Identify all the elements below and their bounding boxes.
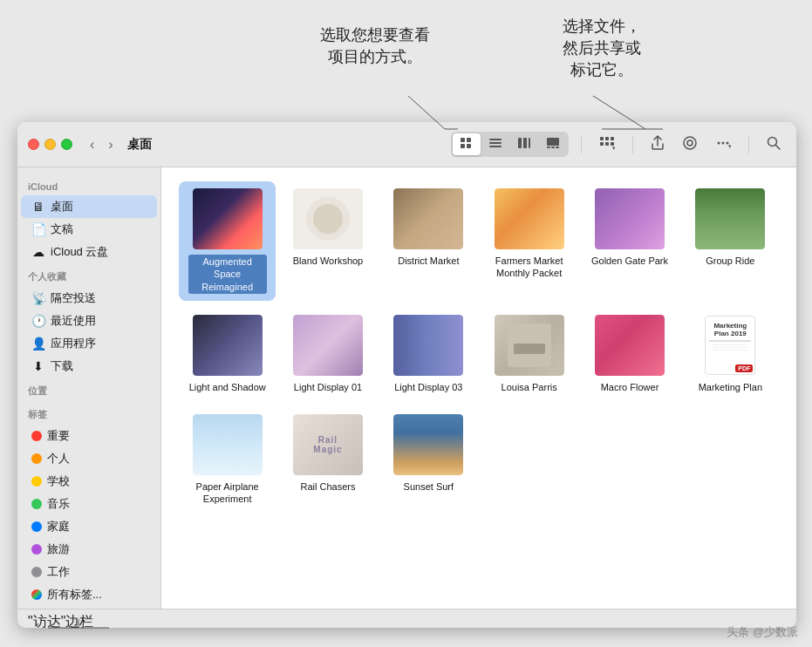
file-thumb-farmers <box>495 188 564 249</box>
file-item-sunset[interactable]: Sunset Surf <box>380 407 477 513</box>
file-item-golden[interactable]: Golden Gate Park <box>581 181 678 301</box>
sidebar-item-documents-label: 文稿 <box>51 221 73 237</box>
file-item-marketing[interactable]: Marketing Plan 2019 PDF Marketing Plan <box>682 308 779 400</box>
back-button[interactable]: ‹ <box>86 135 98 154</box>
file-thumb-rail: RailMagic <box>293 414 363 475</box>
svg-rect-11 <box>489 142 502 144</box>
file-label-district: District Market <box>398 255 459 267</box>
sidebar-item-tag-travel[interactable]: 旅游 <box>21 538 157 561</box>
svg-rect-24 <box>605 142 609 146</box>
tag-dot-music <box>31 499 42 509</box>
main-content: iCloud 🖥 桌面 📄 文稿 ☁ iCloud 云盘 个人收藏 📡 隔空投送… <box>17 167 796 609</box>
file-item-light03[interactable]: Light Display 03 <box>380 308 477 400</box>
sidebar-item-tag-school[interactable]: 学校 <box>21 470 157 493</box>
file-item-farmers[interactable]: Farmers Market Monthly Packet <box>481 181 577 301</box>
sidebar-item-tag-music[interactable]: 音乐 <box>21 493 157 515</box>
file-item-paper[interactable]: Paper Airplane Experiment <box>179 407 276 513</box>
view-controls <box>451 132 569 157</box>
search-button[interactable] <box>761 133 786 157</box>
sidebar-item-tag-work[interactable]: 工作 <box>21 561 157 583</box>
file-thumb-sunset <box>393 414 463 475</box>
file-thumb-district <box>393 188 463 249</box>
svg-rect-7 <box>467 138 471 142</box>
forward-button[interactable]: › <box>105 135 116 154</box>
sidebar-item-apps-label: 应用程序 <box>51 336 96 351</box>
file-item-group[interactable]: Group Ride <box>682 181 779 301</box>
desktop-icon: 🖥 <box>31 200 45 214</box>
svg-rect-15 <box>529 138 530 148</box>
file-item-macro[interactable]: Macro Flower <box>581 308 678 400</box>
sidebar-item-icloud-label: iCloud 云盘 <box>51 244 108 260</box>
svg-rect-9 <box>467 144 471 148</box>
file-area: Augmented Space Reimagined Bland Worksho… <box>161 167 796 609</box>
svg-point-30 <box>722 141 725 144</box>
minimize-button[interactable] <box>44 139 56 150</box>
svg-line-34 <box>776 145 781 149</box>
file-label-golden: Golden Gate Park <box>591 255 668 267</box>
file-item-rail[interactable]: RailMagic Rail Chasers <box>279 407 376 513</box>
sidebar-item-icloud[interactable]: ☁ iCloud 云盘 <box>21 241 157 263</box>
file-thumb-bland <box>293 188 363 249</box>
sidebar-item-downloads-label: 下载 <box>51 358 73 374</box>
file-thumb-augmented <box>193 188 263 249</box>
view-list-button[interactable] <box>481 133 509 155</box>
recents-icon: 🕐 <box>31 314 45 328</box>
sidebar-item-airdrop[interactable]: 📡 隔空投送 <box>21 287 157 310</box>
svg-text:▾: ▾ <box>728 143 731 149</box>
view-gallery-button[interactable] <box>539 133 567 155</box>
sidebar-item-tag-personal[interactable]: 个人 <box>21 447 157 470</box>
sidebar-section-tags: 标签 <box>17 401 160 425</box>
sidebar-item-recents[interactable]: 🕐 最近使用 <box>21 310 157 332</box>
file-label-rail: Rail Chasers <box>301 480 356 493</box>
file-item-light01[interactable]: Light Display 01 <box>279 308 376 400</box>
tag-button[interactable] <box>677 132 703 158</box>
tag-dot-family <box>31 521 42 532</box>
view-grid-button[interactable] <box>453 133 481 155</box>
sidebar-item-downloads[interactable]: ⬇ 下载 <box>21 355 157 378</box>
file-item-bland[interactable]: Bland Workshop <box>279 181 376 301</box>
sidebar-item-apps[interactable]: 👤 应用程序 <box>21 332 157 355</box>
svg-rect-16 <box>547 138 559 146</box>
bottom-bar <box>17 609 796 628</box>
file-label-light01: Light Display 01 <box>294 381 362 393</box>
icloud-icon: ☁ <box>31 245 45 259</box>
sidebar-item-tag-important[interactable]: 重要 <box>21 425 157 447</box>
file-item-augmented[interactable]: Augmented Space Reimagined <box>179 181 276 301</box>
file-thumb-golden <box>595 188 665 249</box>
file-label-group: Group Ride <box>706 255 754 267</box>
maximize-button[interactable] <box>61 139 72 150</box>
more-button[interactable]: ▾ <box>710 133 736 157</box>
sidebar-section-icloud: iCloud <box>17 174 160 195</box>
file-thumb-marketing: Marketing Plan 2019 PDF <box>695 315 765 376</box>
sidebar-item-desktop-label: 桌面 <box>51 199 73 215</box>
traffic-lights <box>28 139 72 150</box>
tag-dot-personal <box>31 453 42 464</box>
sidebar-item-tag-work-label: 工作 <box>47 564 70 580</box>
file-label-augmented: Augmented Space Reimagined <box>188 255 267 294</box>
file-label-sunset: Sunset Surf <box>404 480 454 493</box>
svg-rect-20 <box>600 137 604 140</box>
file-thumb-macro <box>595 315 665 376</box>
view-columns-button[interactable] <box>510 133 538 155</box>
group-button[interactable]: ▾ <box>594 133 620 157</box>
location-label: 桌面 <box>127 137 152 153</box>
file-item-district[interactable]: District Market <box>380 181 477 301</box>
sidebar-item-tag-family[interactable]: 家庭 <box>21 515 157 538</box>
sidebar-item-tag-all[interactable]: 所有标签... <box>21 583 157 606</box>
svg-point-27 <box>684 137 696 149</box>
file-label-louisa: Louisa Parris <box>502 381 557 393</box>
tag-dot-work <box>31 567 42 577</box>
close-button[interactable] <box>28 139 39 150</box>
file-item-light-shadow[interactable]: Light and Shadow <box>179 308 276 400</box>
file-grid: Augmented Space Reimagined Bland Worksho… <box>179 181 779 513</box>
file-thumb-paper <box>193 414 263 475</box>
finder-window: ‹ › 桌面 <box>17 122 796 628</box>
sidebar-item-documents[interactable]: 📄 文稿 <box>21 218 157 241</box>
tag-dot-all <box>31 589 42 600</box>
divider3 <box>748 136 749 153</box>
file-item-louisa[interactable]: Louisa Parris <box>481 308 577 400</box>
share-button[interactable] <box>645 132 670 158</box>
sidebar-item-tag-travel-label: 旅游 <box>47 541 70 557</box>
svg-text:▾: ▾ <box>612 145 615 150</box>
sidebar-item-desktop[interactable]: 🖥 桌面 <box>21 195 157 218</box>
